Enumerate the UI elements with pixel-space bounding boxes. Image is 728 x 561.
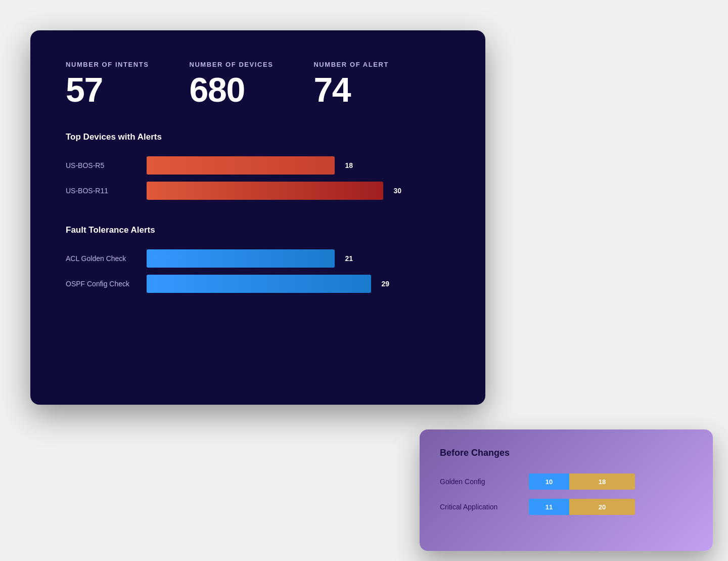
fault-bar-fill-1: 21 [147, 249, 335, 268]
stats-row: NUMBER OF INTENTS 57 NUMBER OF DEVICES 6… [66, 61, 450, 107]
overlay-bars-golden: 10 18 [529, 473, 635, 490]
devices-bar-label-2: US-BOS-R11 [66, 187, 136, 195]
fault-tolerance-title: Fault Tolerance Alerts [66, 225, 450, 235]
stat-devices: NUMBER OF DEVICES 680 [189, 61, 273, 107]
overlay-gold-value-critical: 20 [599, 503, 606, 511]
main-card: NUMBER OF INTENTS 57 NUMBER OF DEVICES 6… [30, 30, 485, 405]
overlay-blue-value-critical: 11 [545, 503, 553, 511]
devices-bar-container-2: 30 [147, 182, 450, 200]
overlay-gold-golden: 18 [569, 473, 635, 490]
overlay-title: Before Changes [440, 448, 693, 458]
fault-bar-value-1: 21 [345, 254, 353, 263]
stat-intents-label: NUMBER OF INTENTS [66, 61, 149, 68]
overlay-label-critical: Critical Application [440, 503, 521, 511]
stat-devices-label: NUMBER OF DEVICES [189, 61, 273, 68]
overlay-card: Before Changes Golden Config 10 18 Criti… [420, 429, 713, 551]
top-devices-section: Top Devices with Alerts US-BOS-R5 18 US-… [66, 132, 450, 200]
overlay-gold-critical: 20 [569, 499, 635, 515]
devices-bar-container-1: 18 [147, 156, 450, 175]
fault-bar-container-1: 21 [147, 249, 450, 268]
stat-intents: NUMBER OF INTENTS 57 [66, 61, 149, 107]
fault-bar-label-1: ACL Golden Check [66, 254, 136, 263]
stat-alert-value: 74 [313, 72, 389, 107]
overlay-label-golden: Golden Config [440, 478, 521, 486]
top-devices-title: Top Devices with Alerts [66, 132, 450, 142]
stat-alert-label: NUMBER OF ALERT [313, 61, 389, 68]
devices-bar-row-1: US-BOS-R5 18 [66, 156, 450, 175]
fault-bar-fill-2: 29 [147, 275, 371, 293]
overlay-blue-critical: 11 [529, 499, 569, 515]
overlay-row-golden: Golden Config 10 18 [440, 473, 693, 490]
stat-alert: NUMBER OF ALERT 74 [313, 61, 389, 107]
fault-tolerance-section: Fault Tolerance Alerts ACL Golden Check … [66, 225, 450, 293]
devices-bar-value-1: 18 [345, 161, 353, 169]
devices-bar-row-2: US-BOS-R11 30 [66, 182, 450, 200]
overlay-blue-golden: 10 [529, 473, 569, 490]
devices-bar-label-1: US-BOS-R5 [66, 161, 136, 169]
fault-bar-value-2: 29 [381, 280, 389, 288]
fault-bar-row-2: OSPF Config Check 29 [66, 275, 450, 293]
devices-bar-fill-2: 30 [147, 182, 383, 200]
stat-intents-value: 57 [66, 72, 149, 107]
overlay-row-critical: Critical Application 11 20 [440, 499, 693, 515]
devices-bar-fill-1: 18 [147, 156, 335, 175]
devices-bar-value-2: 30 [393, 187, 401, 195]
overlay-blue-value-golden: 10 [545, 478, 553, 486]
overlay-bars-critical: 11 20 [529, 499, 635, 515]
overlay-gold-value-golden: 18 [599, 478, 606, 486]
fault-bar-label-2: OSPF Config Check [66, 280, 136, 288]
stat-devices-value: 680 [189, 72, 273, 107]
fault-bar-container-2: 29 [147, 275, 450, 293]
fault-bar-row-1: ACL Golden Check 21 [66, 249, 450, 268]
